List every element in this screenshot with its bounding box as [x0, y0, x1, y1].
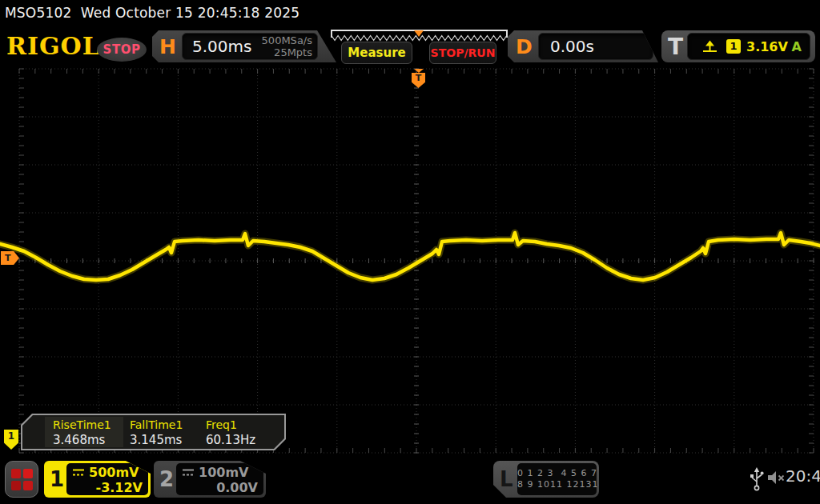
channel2-number: 2 — [159, 467, 174, 491]
acquisition-state-label: STOP — [103, 42, 141, 57]
delay-label: D — [516, 35, 533, 58]
model-name: MSO5102 — [5, 5, 72, 21]
measurement-label: RiseTime1 — [53, 418, 111, 431]
rigol-logo: RIGOL — [6, 32, 100, 60]
waveform-overview-strip[interactable] — [331, 30, 508, 41]
measurement-overlay-panel: RiseTime1 3.468ms FallTime1 3.145ms Freq… — [22, 415, 284, 449]
rising-edge-trigger-icon — [702, 39, 718, 54]
logic-label: L — [500, 467, 513, 491]
trigger-level-value: 3.16V — [746, 39, 788, 54]
channel1-number: 1 — [50, 467, 64, 491]
memory-depth: 25Mpts — [274, 46, 312, 58]
delay-readout: 0.00s — [538, 33, 653, 60]
main-menu-button[interactable] — [5, 461, 38, 498]
model-and-datetime: MSO5102 Wed October 15 20:45:18 2025 — [5, 5, 299, 21]
measure-button[interactable]: Measure — [341, 42, 412, 64]
trigger-position-arrow-icon[interactable] — [414, 69, 424, 73]
delay-value: 0.00s — [550, 37, 594, 56]
header-toolbar: RIGOL STOP H 5.00ms 500MSa/s 25Mpts Meas… — [0, 26, 820, 68]
overview-position-marker-icon[interactable] — [414, 30, 424, 37]
logic-row-8-15: 8 9 1011 12131415 — [517, 479, 597, 490]
dc-coupling-icon — [182, 468, 195, 477]
trigger-widget[interactable]: T 1 3.16V A — [661, 30, 815, 62]
bottom-bar: 1 500mV -3.12V 2 100mV 0.00V — [0, 456, 820, 504]
sample-rate-readout: 500MSa/s 25Mpts — [262, 34, 312, 58]
channel1-status-widget[interactable]: 1 500mV -3.12V — [44, 461, 151, 498]
logic-channel-list: 0 1 2 3 4 5 6 7 8 9 1011 12131415 — [517, 463, 597, 495]
channel2-status-widget[interactable]: 2 100mV 0.00V — [154, 461, 266, 498]
horizontal-readout: 5.00ms 500MSa/s 25Mpts — [182, 33, 318, 60]
clock-display: 20:45 — [786, 466, 820, 486]
trigger-label: T — [668, 34, 683, 60]
measurement-overlay[interactable]: RiseTime1 3.468ms FallTime1 3.145ms Freq… — [21, 414, 286, 450]
acquisition-state-badge: STOP — [97, 38, 147, 62]
measurement-label: FallTime1 — [130, 418, 183, 431]
channel2-readout: 100mV 0.00V — [176, 463, 263, 495]
channel1-waveform-trace — [0, 68, 820, 454]
trigger-mode-auto: A — [792, 39, 802, 54]
horizontal-timebase-widget[interactable]: H 5.00ms 500MSa/s 25Mpts — [152, 30, 336, 62]
speaker-muted-icon[interactable] — [766, 469, 786, 486]
measurement-label: Freq1 — [206, 418, 237, 431]
timebase-value: 5.00ms — [192, 37, 251, 56]
logic-row-0-7: 0 1 2 3 4 5 6 7 — [517, 468, 597, 479]
channel2-offset: 0.00V — [182, 480, 258, 495]
usb-icon — [750, 466, 764, 492]
dc-coupling-icon — [72, 468, 85, 477]
measurement-value: 3.468ms — [53, 433, 105, 447]
waveform-display-area: T T 1 RiseTime1 3.468ms FallTime1 3.145m… — [0, 68, 820, 454]
stop-run-button-label: STOP/RUN — [431, 46, 496, 59]
stop-run-button[interactable]: STOP/RUN — [429, 42, 496, 64]
channel1-scale: 500mV — [89, 465, 139, 480]
logic-channels-widget[interactable]: L 0 1 2 3 4 5 6 7 8 9 1011 12131415 — [493, 461, 599, 498]
channel1-readout: 500mV -3.12V — [66, 463, 148, 495]
channel1-offset: -3.12V — [72, 480, 143, 495]
channel2-scale: 100mV — [199, 465, 248, 480]
trigger-readout: 1 3.16V A — [687, 33, 810, 60]
horizontal-label: H — [159, 35, 176, 58]
measure-button-label: Measure — [348, 46, 405, 60]
menu-grid-icon — [11, 469, 33, 490]
trigger-source-badge: 1 — [726, 39, 741, 54]
oscilloscope-screen: { "colors": { "accent_orange": "#ff8c1a"… — [0, 0, 820, 504]
measurement-value: 60.13Hz — [206, 433, 255, 447]
sample-rate: 500MSa/s — [262, 34, 312, 46]
measurement-value: 3.145ms — [130, 433, 182, 447]
status-bar: MSO5102 Wed October 15 20:45:18 2025 — [0, 0, 820, 26]
horizontal-delay-widget[interactable]: D 0.00s — [508, 30, 658, 62]
datetime: Wed October 15 20:45:18 2025 — [81, 5, 300, 21]
